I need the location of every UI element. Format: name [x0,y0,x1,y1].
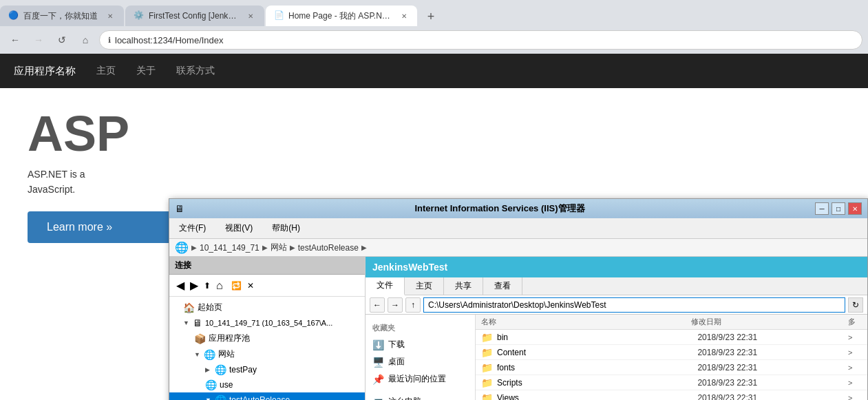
hero-description: ASP.NET is a JavaScript. [28,167,220,198]
fe-file-content-name: Content [497,348,697,357]
fe-back-button[interactable]: ← [370,297,385,313]
iis-conn-up[interactable]: ⬆ [202,280,212,292]
fe-forward-button[interactable]: → [388,297,403,313]
iis-tree-item-server[interactable]: ▼ 🖥 10_141_149_71 (10_163_54_167\A... [169,315,365,330]
tree-server-label: 10_141_149_71 (10_163_54_167\A... [205,319,332,327]
address-bar[interactable]: ℹ localhost:1234/Home/Index [99,30,862,50]
fe-tab-file[interactable]: 文件 [366,277,405,295]
fe-file-scripts-icon: 📁 [481,377,493,388]
fe-tab-share[interactable]: 共享 [444,277,483,295]
fe-file-header: 名称 修改日期 多 [476,315,867,330]
iis-tree-item-sites[interactable]: ▼ 🌐 网站 [169,346,365,362]
iis-menu-view[interactable]: 视图(V) [221,221,257,235]
col-extra: 多 [848,317,862,327]
iis-menu-file[interactable]: 文件(F) [175,221,210,235]
hero-title: ASP [28,109,234,158]
site-navbar: 应用程序名称 主页 关于 联系方式 [0,54,868,88]
col-name: 名称 [481,317,691,327]
fe-search-button[interactable]: ↻ [848,297,863,313]
iis-menu-help[interactable]: 帮助(H) [268,221,304,235]
fe-addressbar: ← → ↑ ↻ [366,295,867,315]
tab-jenkins[interactable]: ⚙️ FirstTest Config [Jenkins] ✕ [125,6,264,26]
iis-addr-arrow1: ▶ [191,244,197,251]
fe-file-bin-name: bin [497,333,697,342]
fe-file-row-scripts[interactable]: 📁 Scripts 2018/9/23 22:31 > [476,375,867,390]
iis-maximize-button[interactable]: □ [832,202,845,215]
fe-tab-home[interactable]: 主页 [405,277,444,295]
tab-baidu[interactable]: 🔵 百度一下，你就知道 ✕ [0,6,124,26]
iis-tree-item-testpay[interactable]: ▶ 🌐 testPay [169,362,365,377]
fe-file-scripts-extra: > [848,379,862,387]
forward-button[interactable]: → [29,30,48,50]
back-button[interactable]: ← [6,30,25,50]
fe-file-row-content[interactable]: 📁 Content 2018/9/23 22:31 > [476,345,867,360]
fe-titlebar: JenkinsWebTest [366,257,867,277]
iis-conn-home[interactable]: ⌂ [215,278,224,293]
fe-file-row-fonts[interactable]: 📁 fonts 2018/9/23 22:31 > [476,360,867,375]
home-button[interactable]: ⌂ [76,30,95,50]
tab-jenkins-close[interactable]: ✕ [245,10,256,21]
fe-file-fonts-name: fonts [497,363,697,372]
hero-desc-line2: JavaScript. [28,184,75,195]
iis-connections-header: 连接 [169,257,365,275]
fe-item-download[interactable]: ⬇️ 下载 [366,336,475,353]
fe-file-views-extra: > [848,394,862,401]
tab-aspnet-favicon: 📄 [274,10,284,21]
iis-left-pane: 连接 ◀ ▶ ⬆ ⌂ 🔁 ✕ 🏠 起始页 ▼ [169,257,366,400]
fe-desktop-icon: 🖥️ [372,357,384,368]
tab-bar: 🔵 百度一下，你就知道 ✕ ⚙️ FirstTest Config [Jenki… [0,0,868,26]
site-content: ASP ASP.NET is a JavaScript. Learn more … [0,88,868,400]
iis-tree-item-apppool[interactable]: 📦 应用程序池 [169,330,365,346]
fe-file-row-views[interactable]: 📁 Views 2018/9/23 22:31 > [476,390,867,400]
iis-close-button[interactable]: ✕ [848,202,862,215]
fe-file-views-icon: 📁 [481,392,493,401]
address-text: localhost:1234/Home/Index [115,35,224,45]
fe-address-input[interactable] [423,297,845,313]
iis-addr-part1: 10_141_149_71 [200,243,260,253]
iis-window-icon: 🖥 [175,203,184,214]
fe-file-scripts-date: 2018/9/23 22:31 [697,378,848,388]
fe-item-recent[interactable]: 📌 最近访问的位置 [366,370,475,388]
fe-item-desktop[interactable]: 🖥️ 桌面 [366,353,475,370]
iis-addr-arrow2: ▶ [262,244,268,251]
tree-sites-label: 网站 [218,348,235,360]
tree-use-icon: 🌐 [205,379,217,390]
iis-tree-item-start[interactable]: 🏠 起始页 [169,299,365,315]
file-explorer-pane: JenkinsWebTest 文件 主页 共享 查看 ← → ↑ ↻ [366,257,867,400]
fe-left-panel: 收藏夹 ⬇️ 下载 🖥️ 桌面 📌 最近访问的位置 [366,315,476,400]
iis-tree-item-testAutoRelease[interactable]: ▼ 🌐 testAutoRelease [169,392,365,400]
iis-window-controls: ─ □ ✕ [815,202,862,215]
fe-up-button[interactable]: ↑ [405,297,421,313]
nav-home[interactable]: 主页 [96,65,116,77]
iis-minimize-button[interactable]: ─ [815,202,829,215]
tab-aspnet-title: Home Page - 我的 ASP.NET 应... [288,10,392,22]
iis-tree-item-use[interactable]: 🌐 use [169,377,365,392]
iis-addr-arrow4: ▶ [361,244,367,251]
refresh-button[interactable]: ↺ [52,30,72,50]
nav-about[interactable]: 关于 [136,65,156,77]
site-brand[interactable]: 应用程序名称 [14,65,76,78]
tab-aspnet-close[interactable]: ✕ [399,10,409,21]
iis-menubar: 文件(F) 视图(V) 帮助(H) [169,218,867,239]
fe-file-bin-extra: > [848,333,862,341]
fe-tabs: 文件 主页 共享 查看 [366,277,867,295]
tree-apppool-label: 应用程序池 [209,333,250,344]
new-tab-button[interactable]: + [421,7,441,26]
nav-contact[interactable]: 联系方式 [176,65,215,77]
iis-conn-delete[interactable]: ✕ [246,280,255,292]
fe-file-row-bin[interactable]: 📁 bin 2018/9/23 22:31 > [476,330,867,345]
fe-item-computer[interactable]: 💻 这台电脑 [366,393,475,400]
iis-connections-toolbar: ◀ ▶ ⬆ ⌂ 🔁 ✕ [169,275,365,297]
hero-desc-line1: ASP.NET is a [28,169,85,180]
lock-icon: ℹ [108,36,111,45]
iis-addr-globe: 🌐 [175,241,189,254]
fe-file-scripts-name: Scripts [497,378,697,388]
iis-conn-refresh[interactable]: 🔁 [230,280,243,292]
iis-conn-back[interactable]: ◀ [175,277,186,293]
iis-conn-forward[interactable]: ▶ [189,277,200,293]
tab-aspnet[interactable]: 📄 Home Page - 我的 ASP.NET 应... ✕ [266,6,417,26]
tab-baidu-favicon: 🔵 [8,10,19,21]
fe-tab-view[interactable]: 查看 [483,277,522,295]
tab-baidu-close[interactable]: ✕ [105,10,116,21]
col-date: 修改日期 [691,317,848,327]
